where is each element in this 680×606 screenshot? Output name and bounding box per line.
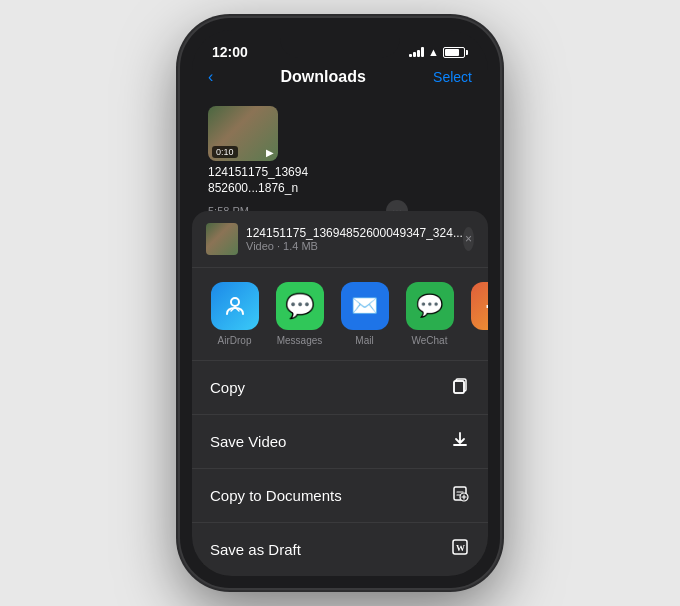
airdrop-svg-icon (221, 292, 249, 320)
wechat-app-icon: 💬 (406, 282, 454, 330)
share-sheet: 124151175_13694852600049347_324... Video… (192, 211, 488, 576)
airdrop-app-icon (211, 282, 259, 330)
messages-icon-glyph: 💬 (285, 292, 315, 320)
navigation-bar: ‹ Downloads Select (192, 64, 488, 94)
wechat-icon-glyph: 💬 (416, 293, 443, 319)
close-icon: × (465, 232, 472, 246)
share-file-name: 124151175_13694852600049347_324... (246, 226, 463, 240)
copy-action-icon (450, 375, 470, 400)
video-type-icon: ▶ (266, 147, 274, 158)
share-file-type: Video · 1.4 MB (246, 240, 463, 252)
save-video-action-item[interactable]: Save Video (192, 414, 488, 468)
svg-point-0 (231, 298, 239, 306)
battery-tip (466, 50, 468, 55)
more-app-item[interactable]: ⋯ (462, 282, 488, 346)
share-file-info: 124151175_13694852600049347_324... Video… (206, 223, 463, 255)
more-icon-glyph: ⋯ (484, 293, 489, 319)
notch (280, 30, 400, 58)
messages-app-label: Messages (277, 335, 323, 346)
save-as-draft-action-icon: W (450, 537, 470, 562)
airdrop-app-label: AirDrop (218, 335, 252, 346)
copy-to-documents-action-item[interactable]: Copy to Documents (192, 468, 488, 522)
battery-body (443, 47, 465, 58)
signal-bar-4 (421, 47, 424, 57)
svg-rect-2 (454, 381, 464, 393)
chevron-left-icon: ‹ (208, 68, 213, 86)
status-time: 12:00 (212, 44, 248, 60)
phone-frame: 12:00 ▲ ‹ (180, 18, 500, 588)
battery-icon (443, 47, 468, 58)
share-actions: Copy Save Video (192, 360, 488, 576)
share-file-header: 124151175_13694852600049347_324... Video… (192, 211, 488, 268)
more-app-icon: ⋯ (471, 282, 489, 330)
mail-icon-glyph: ✉️ (351, 293, 378, 319)
phone-screen: 12:00 ▲ ‹ (192, 30, 488, 576)
mail-app-icon: ✉️ (341, 282, 389, 330)
save-as-draft-action-label: Save as Draft (210, 541, 301, 558)
save-as-draft-action-item[interactable]: Save as Draft W (192, 522, 488, 576)
file-name-line2: 852600...1876_n (208, 181, 298, 195)
content-area: 0:10 ▶ 124151175_13694 852600...1876_n 5… (192, 94, 488, 576)
messages-app-item[interactable]: 💬 Messages (267, 282, 332, 346)
select-button[interactable]: Select (433, 69, 472, 85)
signal-icon (409, 47, 424, 57)
copy-action-label: Copy (210, 379, 245, 396)
back-button[interactable]: ‹ (208, 68, 213, 86)
wechat-app-label: WeChat (412, 335, 448, 346)
page-title: Downloads (281, 68, 366, 86)
copy-to-documents-action-label: Copy to Documents (210, 487, 342, 504)
copy-to-documents-action-icon (450, 483, 470, 508)
file-name-line1: 124151175_13694 (208, 165, 308, 179)
share-file-details: 124151175_13694852600049347_324... Video… (246, 226, 463, 252)
save-video-action-label: Save Video (210, 433, 286, 450)
messages-app-icon: 💬 (276, 282, 324, 330)
mail-app-item[interactable]: ✉️ Mail (332, 282, 397, 346)
signal-bar-2 (413, 52, 416, 57)
svg-text:W: W (456, 543, 465, 553)
file-thumbnail[interactable]: 0:10 ▶ (208, 106, 278, 161)
save-video-action-icon (450, 429, 470, 454)
airdrop-app-item[interactable]: AirDrop (202, 282, 267, 346)
share-apps-row: AirDrop 💬 Messages ✉️ Mail (192, 268, 488, 360)
share-close-button[interactable]: × (463, 227, 474, 251)
battery-fill (445, 49, 459, 56)
copy-action-item[interactable]: Copy (192, 360, 488, 414)
signal-bar-3 (417, 50, 420, 57)
share-file-thumbnail (206, 223, 238, 255)
video-duration: 0:10 (212, 146, 238, 158)
wifi-icon: ▲ (428, 46, 439, 58)
file-name: 124151175_13694 852600...1876_n (208, 165, 308, 196)
status-icons: ▲ (409, 46, 468, 58)
signal-bar-1 (409, 54, 412, 57)
wechat-app-item[interactable]: 💬 WeChat (397, 282, 462, 346)
mail-app-label: Mail (355, 335, 373, 346)
